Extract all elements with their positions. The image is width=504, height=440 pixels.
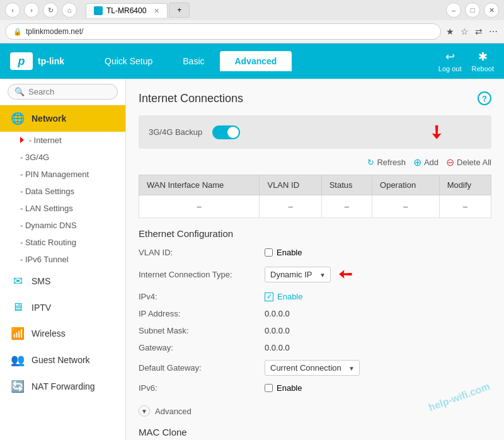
help-icon[interactable]: ? <box>478 91 491 105</box>
browser-chrome: ‹ › ↻ ⌂ TL-MR6400 ✕ + – □ ✕ 🔒 tplinkmode… <box>0 0 504 43</box>
table-row: – – – – – <box>139 195 491 218</box>
logout-button[interactable]: ↩ Log out <box>438 50 462 72</box>
sidebar-subitem-lan-settings[interactable]: - LAN Settings <box>10 200 125 217</box>
wireless-icon: 📶 <box>10 327 25 340</box>
ipv6-enable-label: Enable <box>277 383 302 393</box>
maximize-button[interactable]: □ <box>465 3 480 18</box>
add-button[interactable]: ⊕ Add <box>413 156 438 168</box>
ipv4-row: IPv4: ✓ Enable <box>139 292 491 301</box>
ethernet-section-title: Ethernet Configuration <box>139 228 491 239</box>
toggle-knob <box>227 127 239 138</box>
default-gateway-select-wrapper: Current Connection Other ▼ <box>265 360 360 376</box>
col-operation: Operation <box>372 175 440 195</box>
home-button[interactable]: ⌂ <box>62 3 77 18</box>
internet-arrow-indicator <box>20 137 24 143</box>
3g4g-backup-toggle[interactable] <box>212 125 240 139</box>
sidebar-subitem-dynamic-dns[interactable]: - Dynamic DNS <box>10 217 125 234</box>
sidebar-subitem-pin-management[interactable]: - PIN Management <box>10 166 125 183</box>
vlan-enable-input[interactable] <box>265 248 273 257</box>
arrow-to-add-indicator: ➘ <box>424 120 449 145</box>
ipv6-label: IPv6: <box>139 383 265 393</box>
subitem-internet-label: - Internet <box>29 136 62 145</box>
sidebar-item-iptv[interactable]: 🖥 IPTV <box>0 294 125 320</box>
ipv6-enable-input[interactable] <box>265 384 273 392</box>
reboot-label: Reboot <box>472 65 494 72</box>
sidebar-subitem-internet[interactable]: - Internet <box>10 132 125 149</box>
sidebar-item-network[interactable]: 🌐 Network <box>0 105 125 132</box>
logout-icon: ↩ <box>445 50 455 64</box>
subitem-data-label: - Data Settings <box>20 187 74 196</box>
tab-quick-setup[interactable]: Quick Setup <box>89 51 168 71</box>
logo: p tp-link <box>10 52 64 70</box>
add-label: Add <box>424 158 438 167</box>
sms-icon: ✉ <box>10 274 25 288</box>
guest-icon: 👥 <box>10 353 25 367</box>
gateway-label: Gateway: <box>139 343 265 352</box>
browser-titlebar: ‹ › ↻ ⌂ TL-MR6400 ✕ + – □ ✕ <box>0 0 504 20</box>
subitem-pin-label: - PIN Management <box>20 170 89 179</box>
sidebar-subitem-data-settings[interactable]: - Data Settings <box>10 183 125 200</box>
address-bar[interactable]: 🔒 tplinkmodem.net/ <box>5 23 441 40</box>
search-input[interactable] <box>28 87 111 96</box>
bookmark-icon[interactable]: ★ <box>445 25 455 38</box>
tab-title: TL-MR6400 <box>106 6 146 15</box>
sidebar-item-guest-network[interactable]: 👥 Guest Network <box>0 347 125 373</box>
search-input-wrapper[interactable]: 🔍 <box>8 84 118 100</box>
connection-type-select[interactable]: Dynamic IP Static IP PPPoE <box>265 267 331 282</box>
delete-icon: ⊖ <box>446 156 454 168</box>
network-subnav: - Internet - 3G/4G - PIN Management - Da… <box>0 132 125 268</box>
vlan-label: VLAN ID: <box>139 248 265 257</box>
col-status: Status <box>321 175 372 195</box>
reboot-button[interactable]: ✱ Reboot <box>472 50 494 72</box>
advanced-collapsible[interactable]: ▼ Advanced <box>139 400 491 422</box>
back-button[interactable]: ‹ <box>5 3 20 18</box>
refresh-button[interactable]: ↻ Refresh <box>367 158 406 167</box>
ipv4-checkbox-icon: ✓ <box>265 292 273 301</box>
ipv4-label: IPv4: <box>139 292 265 301</box>
new-tab-icon: + <box>177 6 181 14</box>
cell-wan: – <box>139 195 260 218</box>
cast-icon[interactable]: ⇄ <box>474 25 484 38</box>
tab-advanced[interactable]: Advanced <box>220 51 292 71</box>
gateway-value: 0.0.0.0 <box>265 343 290 352</box>
close-window-button[interactable]: ✕ <box>484 3 499 18</box>
subnet-mask-value: 0.0.0.0 <box>265 326 290 335</box>
default-gateway-select[interactable]: Current Connection Other <box>265 360 360 376</box>
sidebar-subitem-static-routing[interactable]: - Static Routing <box>10 234 125 251</box>
browser-tab-active[interactable]: TL-MR6400 ✕ <box>86 3 168 18</box>
forward-button[interactable]: › <box>24 3 39 18</box>
app: p tp-link Quick Setup Basic Advanced ↩ L… <box>0 43 504 440</box>
content-area: Internet Connections ? 3G/4G Backup ➘ ↻ … <box>126 79 504 440</box>
sidebar-subitem-3g4g[interactable]: - 3G/4G <box>10 149 125 166</box>
subnet-mask-label: Subnet Mask: <box>139 326 265 335</box>
main-navigation-tabs: Quick Setup Basic Advanced <box>89 51 438 71</box>
logo-brand: tp-link <box>38 56 64 66</box>
top-navigation: p tp-link Quick Setup Basic Advanced ↩ L… <box>0 43 504 79</box>
logo-icon: p <box>10 52 33 70</box>
ipv6-enable-checkbox[interactable]: Enable <box>265 383 302 393</box>
sidebar-item-wireless[interactable]: 📶 Wireless <box>0 320 125 347</box>
new-tab-button[interactable]: + <box>169 3 190 18</box>
tab-basic[interactable]: Basic <box>168 51 219 71</box>
vlan-enable-checkbox[interactable]: Enable <box>265 248 302 257</box>
ipv4-enable-checkbox[interactable]: ✓ Enable <box>265 292 302 301</box>
sidebar-subitem-ipv6-tunnel[interactable]: - IPv6 Tunnel <box>10 251 125 268</box>
cell-status: – <box>321 195 372 218</box>
page-title: Internet Connections <box>139 92 243 105</box>
advanced-label: Advanced <box>155 407 192 416</box>
bookmark-outline-icon[interactable]: ☆ <box>459 25 470 38</box>
sidebar-item-sms[interactable]: ✉ SMS <box>0 268 125 294</box>
connection-type-select-wrapper: Dynamic IP Static IP PPPoE ▼ <box>265 267 331 282</box>
minimize-button[interactable]: – <box>446 3 461 18</box>
3g4g-backup-row: 3G/4G Backup ➘ <box>139 115 491 149</box>
ipv4-enable-label: Enable <box>277 292 302 301</box>
reload-button[interactable]: ↻ <box>43 3 58 18</box>
tab-close-button[interactable]: ✕ <box>154 7 159 15</box>
ip-address-value: 0.0.0.0 <box>265 309 290 318</box>
cell-vlan: – <box>260 195 321 218</box>
subitem-ddns-label: - Dynamic DNS <box>20 221 77 230</box>
delete-all-button[interactable]: ⊖ Delete All <box>446 156 491 168</box>
sidebar-item-nat-forwarding[interactable]: 🔄 NAT Forwarding <box>0 373 125 400</box>
ipv4-check-icon: ✓ <box>266 292 272 301</box>
more-options-icon[interactable]: ⋯ <box>488 25 499 38</box>
